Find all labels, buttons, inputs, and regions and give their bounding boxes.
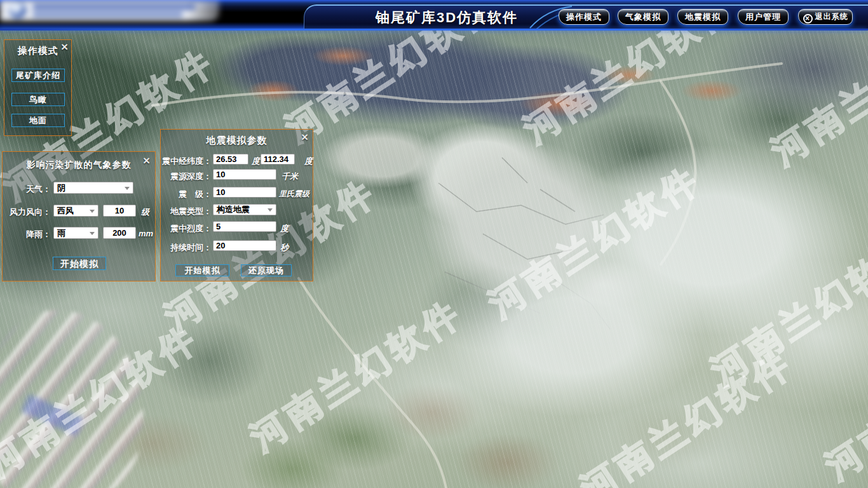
rain-type-value: 雨 (57, 227, 65, 239)
epicenter-lng-input[interactable] (213, 154, 248, 165)
rain-amount-unit: mm (139, 229, 153, 238)
earthquake-panel-title: 地震模拟参数 (161, 135, 313, 147)
duration-unit: 秒 (280, 242, 288, 254)
app-window: 河南兰幻软件 河南兰幻软件 河南兰幻软件 河南兰幻软件 河南兰幻软件 河南兰幻软… (0, 0, 868, 488)
tailings-intro-button[interactable]: 尾矿库介绍 (11, 69, 65, 82)
quake-start-sim-button[interactable]: 开始模拟 (175, 264, 229, 276)
wind-label: 风力风向： (3, 207, 51, 218)
rain-label: 降雨： (3, 229, 51, 240)
title-bar: 铀尾矿库3D仿真软件 操作模式 气象模拟 地震模拟 用户管理 ×退出系统 (0, 0, 868, 30)
intensity-label: 震中烈度： (161, 223, 212, 234)
nav-earthquake-sim-button[interactable]: 地震模拟 (677, 9, 728, 25)
quake-type-select[interactable]: 构造地震 (213, 204, 276, 215)
weather-label: 天气： (3, 184, 51, 195)
depth-input[interactable] (213, 169, 276, 180)
wind-direction-value: 西风 (57, 205, 74, 217)
logo-badge-icon (9, 1, 26, 18)
chevron-down-icon (125, 187, 130, 190)
earthquake-params-panel: 地震模拟参数 × 震中经纬度： 度 度 震源深度： 千米 震 级： 里氏震级 地… (160, 129, 313, 281)
exit-label: 退出系统 (815, 12, 848, 21)
intensity-unit: 度 (280, 223, 288, 234)
weather-select-value: 阴 (57, 182, 65, 194)
depth-label: 震源深度： (161, 171, 212, 182)
rain-amount-input[interactable] (103, 227, 136, 239)
wind-force-input[interactable] (103, 205, 136, 217)
bird-view-button[interactable]: 鸟瞰 (11, 93, 65, 106)
epicenter-lat-unit: 度 (304, 156, 313, 167)
nav-operation-mode-button[interactable]: 操作模式 (559, 9, 609, 25)
ground-view-button[interactable]: 地面 (11, 114, 65, 127)
close-icon[interactable]: × (143, 156, 150, 166)
nav-user-management-button[interactable]: 用户管理 (738, 9, 789, 25)
rain-type-select[interactable]: 雨 (53, 227, 98, 239)
magnitude-input[interactable] (213, 187, 276, 198)
weather-start-sim-button[interactable]: 开始模拟 (53, 257, 106, 270)
epicenter-label: 震中经纬度： (161, 156, 212, 167)
weather-panel-title: 影响污染扩散的气象参数 (3, 159, 155, 171)
nav-exit-system-button[interactable]: ×退出系统 (798, 9, 853, 25)
intensity-input[interactable] (213, 221, 276, 232)
operation-mode-panel: 操作模式 × 尾矿库介绍 鸟瞰 地面 (4, 39, 72, 136)
company-logo (0, 0, 219, 21)
close-icon[interactable]: × (61, 42, 68, 52)
weather-params-panel: 影响污染扩散的气象参数 × 天气： 阴 风力风向： 西风 级 降雨： 雨 mm … (2, 151, 156, 281)
quake-type-value: 构造地震 (217, 204, 250, 215)
circle-x-icon: × (803, 14, 813, 24)
weather-select[interactable]: 阴 (53, 182, 133, 194)
wind-force-unit: 级 (141, 207, 149, 218)
epicenter-lng-unit: 度 (252, 156, 260, 167)
quake-type-label: 地震类型： (161, 206, 212, 217)
duration-input[interactable] (213, 240, 276, 251)
close-icon[interactable]: × (301, 132, 308, 142)
magnitude-label: 震 级： (161, 189, 212, 200)
duration-label: 持续时间： (161, 242, 212, 254)
epicenter-lat-input[interactable] (261, 154, 295, 165)
logo-text-line (33, 12, 182, 17)
restore-scene-button[interactable]: 还原现场 (241, 264, 292, 276)
wind-direction-select[interactable]: 西风 (53, 205, 98, 217)
app-title: 铀尾矿库3D仿真软件 (304, 8, 590, 27)
depth-unit: 千米 (281, 171, 298, 182)
logo-text-line (33, 4, 195, 10)
chevron-down-icon (268, 208, 273, 212)
nav-weather-sim-button[interactable]: 气象模拟 (618, 9, 668, 25)
magnitude-unit: 里氏震级 (279, 189, 309, 200)
chevron-down-icon (90, 210, 95, 213)
chevron-down-icon (90, 232, 95, 235)
